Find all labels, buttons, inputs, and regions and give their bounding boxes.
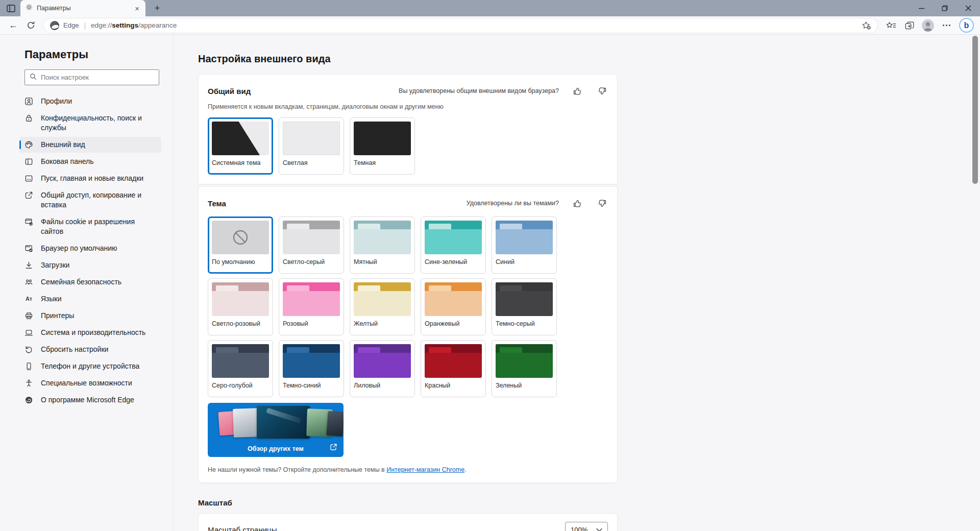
light-theme-swatch — [283, 122, 340, 155]
sidebar-item-about-edge[interactable]: О программе Microsoft Edge — [19, 392, 161, 408]
appearance-option-system[interactable]: Системная тема — [208, 117, 273, 175]
sidebar-item-accessibility[interactable]: Специальные возможности — [19, 375, 161, 391]
page-title: Настройка внешнего вида — [198, 53, 980, 65]
general-feedback-question: Вы удовлетворены общим внешним видом бра… — [399, 87, 559, 94]
theme-feedback-question: Удовлетворены ли вы темами? — [467, 200, 559, 207]
sidebar-item-label: Загрузки — [41, 260, 69, 270]
theme-option[interactable]: Розовый — [279, 278, 344, 335]
theme-option[interactable]: Лиловый — [350, 340, 415, 397]
sidebar-item-label: Профили — [41, 96, 72, 106]
tab-actions-menu-icon[interactable] — [5, 4, 16, 13]
theme-option[interactable]: Темно-синий — [279, 340, 344, 397]
collections-icon[interactable] — [902, 18, 917, 33]
back-icon[interactable]: ← — [6, 18, 20, 33]
accessibility-icon — [24, 379, 33, 388]
no-theme-swatch — [212, 221, 269, 254]
chrome-web-store-link[interactable]: Интернет-магазин Chrome — [386, 466, 464, 473]
sidebar-item-sidebar[interactable]: Боковая панель — [19, 154, 161, 170]
sidebar-panel-icon — [24, 157, 33, 166]
theme-option[interactable]: Сине-зеленый — [421, 216, 486, 274]
browse-themes-banner[interactable]: Обзор других тем — [208, 403, 344, 457]
sidebar-item-family-safety[interactable]: Семейная безопасность — [19, 274, 161, 290]
browse-themes-label: Обзор других тем — [208, 445, 344, 452]
sidebar-item-profiles[interactable]: Профили — [19, 93, 161, 109]
phone-icon — [24, 362, 33, 371]
thumbs-up-icon[interactable] — [571, 85, 583, 97]
theme-option[interactable]: Темно-серый — [492, 278, 557, 335]
theme-grid: По умолчанию Светло-серый Мятный Сине-зе… — [208, 216, 608, 397]
browser-tab[interactable]: Параметры × — [20, 0, 145, 16]
favorites-icon[interactable] — [884, 18, 899, 33]
appearance-option-light[interactable]: Светлая — [279, 117, 344, 175]
sidebar-item-label: Пуск, главная и новые вкладки — [41, 174, 143, 183]
theme-option[interactable]: Светло-серый — [279, 216, 344, 274]
palette-icon — [24, 140, 33, 149]
thumbs-down-icon[interactable] — [596, 197, 608, 209]
sidebar-item-phone-devices[interactable]: Телефон и другие устройства — [19, 358, 161, 374]
sidebar-item-privacy[interactable]: Конфиденциальность, поиск и службы — [19, 110, 161, 136]
lock-icon — [24, 114, 33, 123]
sidebar-menu: Профили Конфиденциальность, поиск и служ… — [19, 93, 161, 408]
profile-avatar[interactable] — [920, 18, 936, 33]
printer-icon — [24, 311, 33, 320]
new-tab-button[interactable]: + — [151, 3, 163, 14]
theme-option[interactable]: Оранжевый — [421, 278, 486, 335]
sidebar-item-label: Конфиденциальность, поиск и службы — [41, 113, 156, 133]
close-window-button[interactable] — [957, 0, 980, 16]
url-bar[interactable]: Edge | edge://settings/appearance — [44, 18, 877, 33]
languages-icon: Ат — [24, 295, 33, 303]
sidebar-item-reset-settings[interactable]: Сбросить настройки — [19, 342, 161, 357]
refresh-icon[interactable] — [23, 18, 38, 33]
settings-search[interactable] — [24, 69, 159, 85]
sidebar-item-label: Общий доступ, копирование и вставка — [41, 190, 156, 210]
sidebar-title: Параметры — [24, 48, 161, 61]
site-label: Edge — [63, 21, 79, 29]
sidebar-item-default-browser[interactable]: Браузер по умолчанию — [19, 240, 161, 256]
dark-theme-swatch — [354, 122, 411, 155]
sidebar-item-appearance[interactable]: Внешний вид — [19, 137, 161, 153]
tab-close-icon[interactable]: × — [134, 5, 140, 12]
browser-toolbar: ← Edge | edge://settings/appearance b — [0, 16, 980, 35]
reset-icon — [24, 345, 33, 354]
page-zoom-select[interactable]: 100% — [565, 522, 608, 531]
gear-icon — [26, 4, 33, 13]
sidebar-item-share-copy-paste[interactable]: Общий доступ, копирование и вставка — [19, 187, 161, 213]
add-favorite-icon[interactable] — [862, 21, 871, 30]
theme-option[interactable]: Синий — [492, 216, 557, 274]
thumbs-down-icon[interactable] — [596, 85, 608, 97]
search-input[interactable] — [41, 74, 154, 81]
external-link-icon — [330, 443, 337, 453]
sidebar-item-printers[interactable]: Принтеры — [19, 308, 161, 324]
restore-button[interactable] — [933, 0, 957, 16]
sidebar-item-label: Телефон и другие устройства — [41, 361, 139, 371]
page-zoom-label: Масштаб страницы — [208, 525, 277, 531]
zoom-card: Масштаб страницы 100% Масштаб по умолчан… — [198, 513, 618, 531]
share-icon — [24, 191, 33, 200]
theme-option[interactable]: Серо-голубой — [208, 340, 273, 397]
theme-option[interactable]: Мятный — [350, 216, 415, 274]
theme-card: Тема Удовлетворены ли вы темами? — [198, 186, 618, 483]
scrollbar[interactable] — [972, 36, 978, 184]
general-section-subtitle: Применяется к новым вкладкам, страницам,… — [208, 103, 608, 110]
chevron-down-icon — [596, 526, 602, 531]
theme-option-default[interactable]: По умолчанию — [208, 216, 273, 274]
appearance-option-dark[interactable]: Темная — [350, 117, 415, 175]
sidebar-item-cookies-permissions[interactable]: Файлы cookie и разрешения сайтов — [19, 214, 161, 239]
start-page-icon — [24, 174, 33, 183]
theme-option[interactable]: Желтый — [350, 278, 415, 335]
prohibition-icon — [231, 228, 250, 247]
edge-logo-icon — [24, 396, 33, 404]
sidebar-item-label: Сбросить настройки — [41, 345, 108, 354]
person-icon — [24, 97, 33, 106]
sidebar-item-system-performance[interactable]: Система и производительность — [19, 325, 161, 341]
sidebar-item-start-home-tabs[interactable]: Пуск, главная и новые вкладки — [19, 171, 161, 186]
bing-chat-icon[interactable]: b — [959, 18, 974, 33]
thumbs-up-icon[interactable] — [571, 197, 583, 209]
minimize-button[interactable] — [910, 0, 933, 16]
sidebar-item-downloads[interactable]: Загрузки — [19, 257, 161, 273]
theme-option[interactable]: Светло-розовый — [208, 278, 273, 335]
sidebar-item-languages[interactable]: Ат Языки — [19, 291, 161, 307]
theme-option[interactable]: Зеленый — [492, 340, 557, 397]
settings-menu-icon[interactable] — [939, 18, 954, 33]
theme-option[interactable]: Красный — [421, 340, 486, 397]
